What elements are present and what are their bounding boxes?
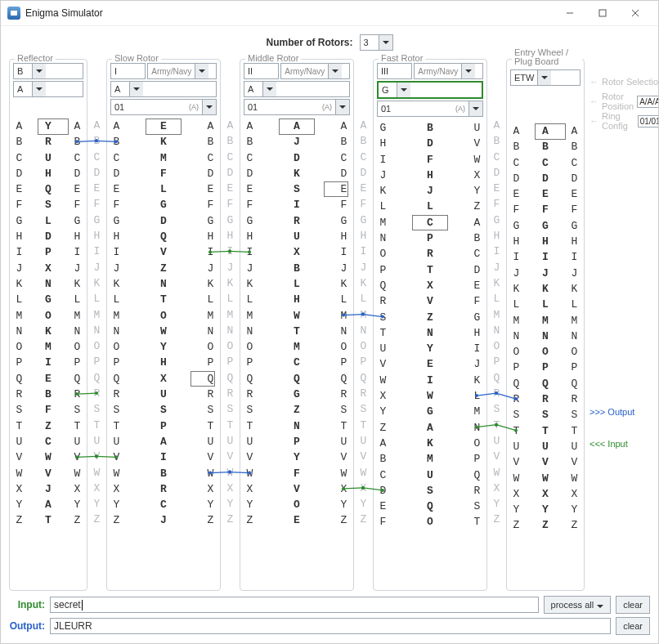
output-arrow-label: >>> Output (590, 407, 634, 417)
reflector-type-select[interactable]: B (13, 63, 83, 79)
fast-rotor-panel: Fast Rotor III Army/Navy G 01(A) GHIJKLM… (373, 59, 487, 591)
ring-config-label: Ring Config (602, 111, 634, 131)
svg-marker-15 (473, 107, 479, 110)
svg-marker-12 (339, 105, 346, 109)
middle-ring-select[interactable]: 01(A) (244, 99, 350, 115)
slow-rotor-panel: Slow Rotor I Army/Navy A 01(A) ABCDEFGHI… (106, 59, 221, 591)
clear-input-button[interactable]: clear (616, 596, 650, 614)
maximize-button[interactable] (586, 2, 619, 25)
input-textbox[interactable]: secret (50, 597, 539, 613)
svg-rect-1 (599, 10, 606, 16)
svg-marker-68 (597, 605, 603, 608)
fast-type-select[interactable]: III (377, 63, 412, 79)
svg-marker-5 (36, 69, 43, 73)
svg-marker-9 (206, 105, 213, 109)
entry-panel: Entry Wheel / Plug Board ETW ABCDEFGHIJK… (506, 59, 585, 591)
close-button[interactable] (619, 2, 652, 25)
reflector-pos-select[interactable]: A (13, 81, 83, 97)
reflector-left-col: ABCDEFGHIJKLMNOPQRSTUVWXYZ (13, 119, 25, 529)
output-textbox[interactable]: JLEURR (50, 618, 611, 634)
fast-pos-select[interactable]: G (377, 81, 483, 99)
svg-marker-6 (36, 87, 43, 91)
slow-type-select[interactable]: I (110, 63, 146, 79)
chevron-down-icon (379, 35, 392, 50)
app-icon (7, 7, 20, 20)
rotor-selection-label: Rotor Selection (602, 77, 658, 87)
slow-variant-select[interactable]: Army/Navy (147, 63, 217, 79)
input-arrow-label: <<< Input (590, 439, 628, 449)
num-rotors-label: Number of Rotors: (267, 37, 353, 48)
reflector-wiring-col: YRUHQSLDPXNGOKMIEBFZCWVJAT (43, 119, 55, 529)
middle-pos-select[interactable]: A (244, 81, 350, 97)
minimize-button[interactable] (554, 2, 586, 25)
slow-pos-select[interactable]: A (110, 81, 217, 97)
middle-rotor-panel: Middle Rotor II Army/Navy A 01(A) ABCDEF… (240, 59, 354, 591)
svg-marker-11 (267, 87, 273, 91)
reflector-right-col: ABCDEFGHIJKLMNOPQRSTUVWXYZ (71, 119, 83, 529)
slow-ring-select[interactable]: 01(A) (110, 99, 217, 115)
svg-marker-13 (465, 69, 472, 73)
middle-type-select[interactable]: II (244, 63, 279, 79)
input-label: Input: (9, 599, 45, 610)
window-title: Enigma Simulator (25, 7, 554, 19)
rotor-position-label: Rotor Position (602, 92, 634, 111)
ring-config-box[interactable]: 01/01.. (638, 115, 658, 127)
num-rotors-select[interactable]: 3 (360, 34, 393, 51)
arrow-left-icon: ← (590, 77, 598, 87)
titlebar: Enigma Simulator (1, 1, 658, 26)
rotor-position-box[interactable]: A/A/A.. (637, 96, 658, 108)
clear-output-button[interactable]: clear (616, 617, 650, 635)
svg-marker-10 (332, 69, 338, 73)
svg-marker-8 (133, 87, 140, 91)
entry-type-select[interactable]: ETW (510, 69, 581, 86)
output-label: Output: (9, 620, 45, 632)
middle-variant-select[interactable]: Army/Navy (280, 63, 350, 79)
process-all-button[interactable]: process all (544, 596, 612, 614)
fast-ring-select[interactable]: 01(A) (377, 101, 483, 117)
fast-variant-select[interactable]: Army/Navy (414, 63, 483, 79)
reflector-panel: Reflector B A ABCDEFGHIJKLMNOPQRSTUVWXYZ… (9, 59, 87, 591)
svg-marker-14 (401, 88, 407, 92)
svg-marker-16 (541, 76, 548, 79)
svg-marker-7 (199, 69, 205, 73)
svg-marker-4 (383, 41, 389, 44)
